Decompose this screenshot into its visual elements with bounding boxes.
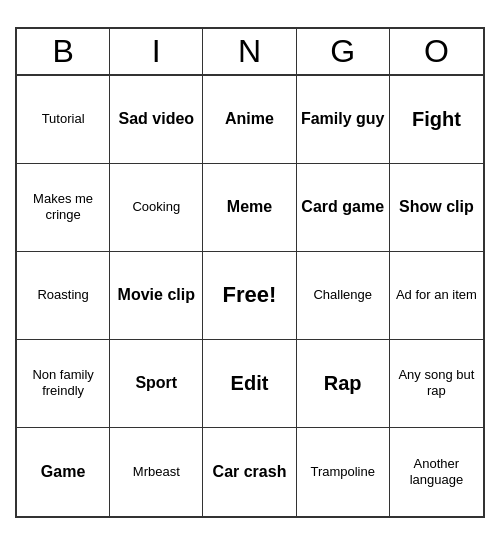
- bingo-cell: Game: [17, 428, 110, 516]
- header-letter: B: [17, 29, 110, 74]
- bingo-cell: Fight: [390, 76, 483, 164]
- bingo-cell: Non family freindly: [17, 340, 110, 428]
- header-letter: N: [203, 29, 296, 74]
- bingo-cell: Movie clip: [110, 252, 203, 340]
- bingo-cell: Free!: [203, 252, 296, 340]
- bingo-cell: Roasting: [17, 252, 110, 340]
- bingo-cell: Show clip: [390, 164, 483, 252]
- bingo-header: BINGO: [17, 29, 483, 76]
- bingo-cell: Meme: [203, 164, 296, 252]
- bingo-cell: Tutorial: [17, 76, 110, 164]
- bingo-cell: Cooking: [110, 164, 203, 252]
- bingo-cell: Card game: [297, 164, 390, 252]
- bingo-cell: Mrbeast: [110, 428, 203, 516]
- bingo-cell: Edit: [203, 340, 296, 428]
- bingo-card: BINGO TutorialSad videoAnimeFamily guyFi…: [15, 27, 485, 518]
- header-letter: O: [390, 29, 483, 74]
- bingo-cell: Anime: [203, 76, 296, 164]
- bingo-grid: TutorialSad videoAnimeFamily guyFightMak…: [17, 76, 483, 516]
- bingo-cell: Challenge: [297, 252, 390, 340]
- bingo-cell: Car crash: [203, 428, 296, 516]
- header-letter: I: [110, 29, 203, 74]
- bingo-cell: Another language: [390, 428, 483, 516]
- bingo-cell: Family guy: [297, 76, 390, 164]
- bingo-cell: Rap: [297, 340, 390, 428]
- bingo-cell: Makes me cringe: [17, 164, 110, 252]
- bingo-cell: Sad video: [110, 76, 203, 164]
- bingo-cell: Any song but rap: [390, 340, 483, 428]
- bingo-cell: Trampoline: [297, 428, 390, 516]
- bingo-cell: Ad for an item: [390, 252, 483, 340]
- bingo-cell: Sport: [110, 340, 203, 428]
- header-letter: G: [297, 29, 390, 74]
